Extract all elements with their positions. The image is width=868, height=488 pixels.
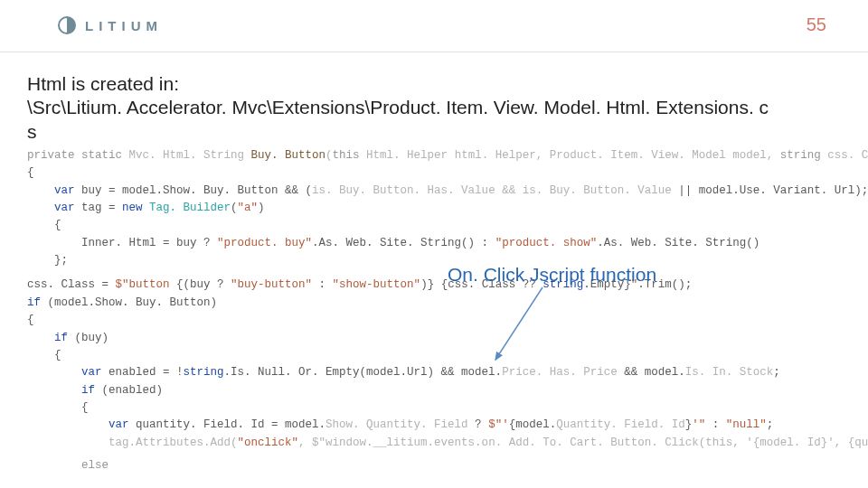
page-number: 55 <box>807 14 826 35</box>
title-line-3: s <box>27 120 841 144</box>
brand-text: LITIUM <box>85 18 163 33</box>
title-line-1: Html is created in: <box>27 72 841 96</box>
title-line-2: \Src\Litium. Accelerator. Mvc\Extensions… <box>27 96 841 119</box>
brand-logo: LITIUM <box>58 16 163 34</box>
callout-label: On. Click Jscript function <box>448 264 656 286</box>
header: LITIUM 55 <box>0 0 868 52</box>
litium-icon <box>58 16 76 34</box>
code-block: private static Mvc. Html. String Buy. Bu… <box>27 147 841 475</box>
slide-body: Html is created in: \Src\Litium. Acceler… <box>0 52 868 475</box>
